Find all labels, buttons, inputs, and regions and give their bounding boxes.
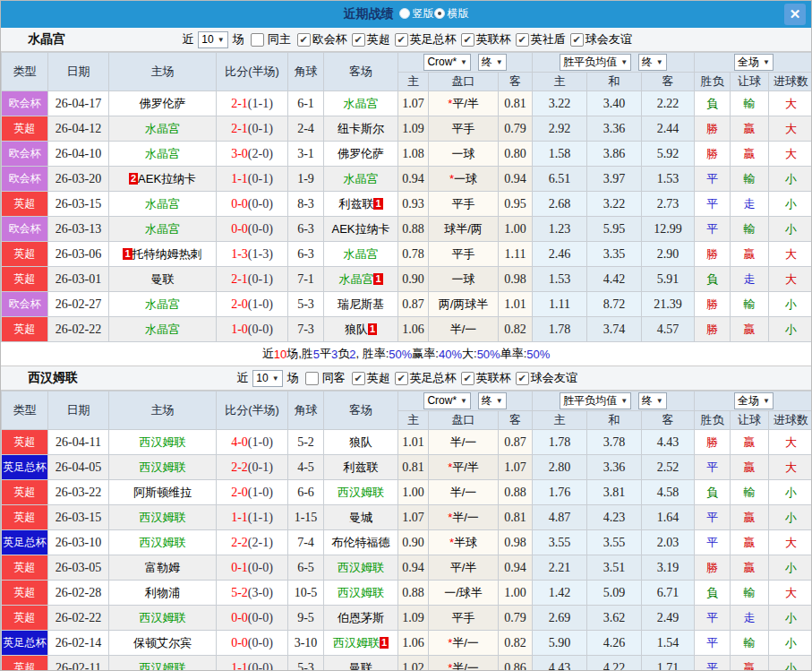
handicap-result: 輸 bbox=[731, 292, 769, 317]
winlose-result: 平 bbox=[695, 455, 731, 480]
corner-count: 5-3 bbox=[288, 292, 324, 317]
asian-final-select[interactable]: 终▼ bbox=[478, 54, 507, 71]
team-label: AEK拉纳卡 bbox=[331, 222, 389, 236]
goals-result: 大 bbox=[769, 455, 812, 480]
corner-count: 9-5 bbox=[288, 606, 324, 631]
chevron-down-icon: ▼ bbox=[460, 397, 467, 405]
team-label: 西汉姆联 bbox=[140, 611, 186, 624]
same-venue-checkbox[interactable] bbox=[305, 372, 319, 385]
match-date: 26-04-11 bbox=[48, 430, 109, 455]
competition-label: 球会友谊 bbox=[531, 370, 577, 386]
filter-bar: 近10▼场同主✔欧会杯✔英超✔英足总杯✔英联杯✔英社盾✔球会友谊 bbox=[180, 31, 631, 48]
team-label: 佛罗伦萨 bbox=[338, 147, 384, 160]
winlose-result: 負 bbox=[695, 91, 731, 116]
competition-checkbox[interactable]: ✔ bbox=[395, 372, 408, 385]
euro-away-odds: 4.58 bbox=[642, 480, 695, 505]
col-handicap-result: 让球 bbox=[731, 73, 769, 91]
red-card-badge: 2 bbox=[129, 173, 138, 185]
layout-radio-option[interactable]: 竖版 bbox=[399, 6, 434, 22]
home-team: 富勒姆 bbox=[109, 555, 217, 581]
team-label: 西汉姆联 bbox=[140, 511, 186, 524]
asian-final-select[interactable]: 终▼ bbox=[478, 392, 507, 409]
team-label: 西汉姆联 bbox=[333, 636, 380, 649]
handicap-cell: *半/一 bbox=[429, 505, 499, 530]
score-cell: 2-0(1-0) bbox=[217, 292, 288, 317]
goals-result: 大 bbox=[769, 91, 812, 116]
col-type: 类型 bbox=[2, 53, 48, 91]
match-row: 英超26-04-11西汉姆联4-0(1-0)5-2狼队1.01半/一0.871.… bbox=[2, 430, 812, 455]
euro-odds-select[interactable]: 胜平负均值▼ bbox=[560, 54, 631, 71]
col-date: 日期 bbox=[48, 391, 109, 430]
team-label: 水晶宫 bbox=[344, 247, 379, 261]
summary-part: 3 bbox=[331, 348, 338, 361]
summary-part: 场,胜 bbox=[286, 346, 313, 362]
competition-badge: 英超 bbox=[2, 116, 48, 142]
euro-odds-group: 胜平负均值▼ 终▼ bbox=[533, 391, 695, 411]
euro-odds-select[interactable]: 胜平负均值▼ bbox=[560, 392, 631, 409]
competition-checkbox[interactable]: ✔ bbox=[352, 33, 365, 47]
euro-final-select[interactable]: 终▼ bbox=[638, 54, 667, 71]
recent-count-select[interactable]: 10▼ bbox=[198, 31, 227, 48]
halftime-score: (1-0) bbox=[248, 486, 273, 499]
handicap-result: 輸 bbox=[731, 480, 769, 505]
euro-final-select[interactable]: 终▼ bbox=[638, 392, 667, 409]
layout-radio-selected[interactable]: 横版 bbox=[434, 6, 469, 22]
euro-draw-odds: 3.51 bbox=[587, 555, 642, 581]
fulltime-score: 0-0 bbox=[231, 197, 248, 211]
euro-away-odds: 2.49 bbox=[642, 606, 695, 631]
asian-home-odds: 0.90 bbox=[398, 267, 429, 292]
bookmaker-select[interactable]: Crow*▼ bbox=[423, 392, 471, 409]
summary-part: 单率: bbox=[500, 346, 527, 362]
home-team: 水晶宫 bbox=[109, 192, 217, 217]
competition-checkbox[interactable]: ✔ bbox=[297, 33, 311, 47]
bookmaker-select[interactable]: Crow*▼ bbox=[423, 54, 471, 71]
asian-home-odds: 1.09 bbox=[398, 116, 429, 142]
corner-count: 10-5 bbox=[288, 581, 324, 606]
away-team: 狼队 bbox=[324, 430, 398, 455]
euro-home-odds: 2.21 bbox=[533, 555, 587, 581]
euro-draw-odds: 4.26 bbox=[587, 631, 642, 656]
recent-count-select[interactable]: 10▼ bbox=[252, 370, 282, 387]
competition-checkbox[interactable]: ✔ bbox=[395, 33, 408, 47]
handicap-result: 輸 bbox=[731, 217, 769, 242]
matches-label: 场 bbox=[233, 31, 244, 47]
asian-away-odds: 0.94 bbox=[499, 167, 533, 192]
close-icon[interactable]: ✕ bbox=[784, 4, 806, 25]
euro-home-odds: 2.68 bbox=[533, 192, 587, 217]
halftime-score: (0-0) bbox=[248, 636, 273, 649]
away-team: 水晶宫1 bbox=[324, 267, 398, 292]
handicap-result: 贏 bbox=[731, 455, 769, 480]
handicap-result: 走 bbox=[731, 192, 769, 217]
competition-badge: 欧会杯 bbox=[2, 142, 48, 167]
asian-away-odds: 0.79 bbox=[499, 606, 533, 631]
competition-badge: 英足总杯 bbox=[2, 530, 48, 555]
scope-select[interactable]: 全场▼ bbox=[734, 392, 774, 409]
competition-checkbox[interactable]: ✔ bbox=[570, 33, 584, 47]
goals-result: 小 bbox=[769, 217, 812, 242]
competition-badge: 英超 bbox=[2, 192, 48, 217]
team-label: 西汉姆联 bbox=[140, 661, 186, 671]
competition-badge: 英超 bbox=[2, 430, 48, 455]
competition-checkbox[interactable]: ✔ bbox=[461, 372, 474, 385]
score-cell: 1-0(0-0) bbox=[217, 317, 288, 342]
euro-home-odds: 5.90 bbox=[533, 631, 587, 656]
handicap-result: 贏 bbox=[731, 116, 769, 142]
competition-checkbox[interactable]: ✔ bbox=[516, 372, 529, 385]
asian-away-odds: 1.00 bbox=[499, 217, 533, 242]
red-card-badge: 1 bbox=[373, 198, 382, 210]
team-label: 利兹联 bbox=[344, 460, 379, 474]
competition-checkbox[interactable]: ✔ bbox=[461, 33, 474, 47]
score-cell: 2-1(0-1) bbox=[217, 267, 288, 292]
same-venue-checkbox[interactable] bbox=[251, 33, 264, 47]
competition-checkbox[interactable]: ✔ bbox=[352, 372, 365, 385]
col-euro-draw: 和 bbox=[587, 411, 642, 430]
scope-select[interactable]: 全场▼ bbox=[734, 54, 774, 71]
summary-part: 平 bbox=[320, 346, 331, 362]
winlose-result: 平 bbox=[695, 192, 731, 217]
filter-bar: 近10▼场同客✔英超✔英足总杯✔英联杯✔球会友谊 bbox=[235, 370, 577, 387]
asian-away-odds: 0.82 bbox=[499, 631, 533, 656]
goals-result: 小 bbox=[769, 292, 812, 317]
competition-checkbox[interactable]: ✔ bbox=[516, 33, 529, 47]
euro-draw-odds: 3.36 bbox=[587, 116, 642, 142]
match-row: 英超26-02-28利物浦5-2(3-0)10-5西汉姆联0.88一/球半1.0… bbox=[2, 581, 812, 606]
